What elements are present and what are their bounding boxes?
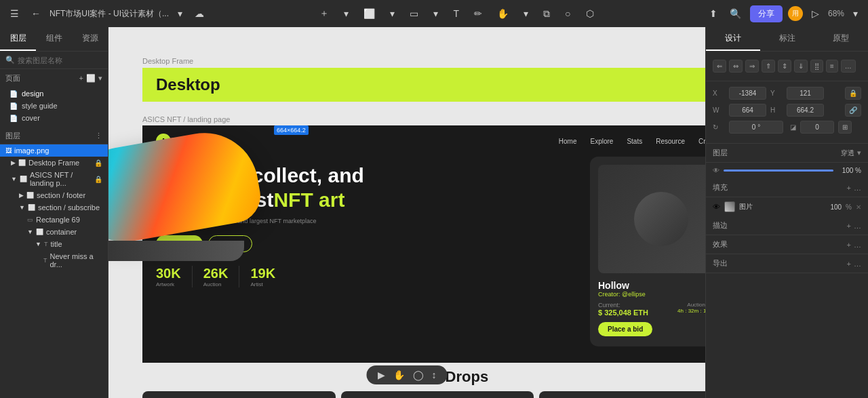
fill-delete-icon[interactable]: ✕ — [856, 203, 861, 211]
more-tool-btn[interactable]: ↕ — [432, 370, 437, 380]
more-align-btn[interactable]: … — [841, 60, 856, 73]
page-cover[interactable]: 📄 cover — [5, 112, 102, 124]
h-input[interactable] — [787, 104, 824, 117]
border-options-icon[interactable]: … — [854, 222, 861, 230]
layer-chevron2-icon: ▼ — [11, 176, 17, 182]
circle-icon[interactable]: ○ — [561, 6, 574, 21]
nft-card: Hollow Creator: @ellipse Current: $ 325,… — [590, 157, 705, 346]
opacity-slider[interactable] — [724, 170, 833, 172]
chevron-down-icon2[interactable]: ▾ — [340, 6, 352, 21]
hand-icon[interactable]: ✋ — [494, 6, 512, 21]
corner-options-btn[interactable]: ⊞ — [838, 121, 852, 134]
search2-icon[interactable]: 🔍 — [726, 6, 745, 21]
layer-label-1: Desktop Frame — [28, 159, 79, 167]
nft-current-label: Current: — [598, 302, 648, 309]
share-button[interactable]: 分享 — [750, 5, 783, 22]
align-center-btn[interactable]: ⇔ — [729, 60, 743, 73]
text-icon[interactable]: T — [450, 6, 462, 21]
wh-row: W H 🔗 — [713, 104, 861, 117]
distribute-h-btn[interactable]: ⣿ — [810, 60, 823, 73]
tab-design[interactable]: 设计 — [706, 27, 760, 51]
layers-options-icon[interactable]: ⋮ — [95, 132, 102, 140]
page-chevron-icon[interactable]: ▾ — [98, 74, 102, 83]
w-input[interactable] — [729, 104, 766, 117]
layer-asics-nft[interactable]: ▼ ⬜ ASICS NFT / landing p... 🔒 — [0, 169, 108, 189]
chevron-down-icon4[interactable]: ▾ — [430, 6, 441, 21]
pen-icon[interactable]: ✏ — [471, 6, 486, 21]
align-middle-btn[interactable]: ⇕ — [778, 60, 791, 73]
page-view-icon[interactable]: ⬜ — [86, 74, 96, 83]
tab-components[interactable]: 组件 — [36, 27, 72, 51]
chevron-down-icon[interactable]: ▾ — [174, 6, 186, 21]
nav-explore[interactable]: Explore — [590, 138, 613, 145]
align-bottom-btn[interactable]: ⇓ — [794, 60, 808, 73]
menu-icon[interactable]: ☰ — [7, 6, 22, 21]
fill-add-icon[interactable]: + — [847, 184, 851, 192]
nav-create[interactable]: Create — [698, 138, 705, 145]
fill-eye-icon[interactable]: 👁 — [713, 203, 720, 211]
rotation-input[interactable] — [729, 121, 783, 134]
border-add-icon[interactable]: + — [847, 222, 851, 230]
hand-tool-btn[interactable]: ✋ — [393, 370, 405, 380]
bid-button[interactable]: Place a bid — [598, 322, 652, 336]
export-section-header: 导出 + … — [706, 254, 868, 273]
y-input[interactable]: 121 — [787, 87, 824, 100]
effect-add-icon[interactable]: + — [847, 241, 851, 249]
layers-label: 图层 — [5, 131, 20, 141]
add-page-icon[interactable]: + — [79, 74, 83, 83]
frame-icon[interactable]: ⬜ — [360, 6, 378, 21]
x-input[interactable]: -1384 — [729, 87, 766, 100]
component-icon[interactable]: ⧉ — [540, 6, 553, 22]
share-icon[interactable]: ⬆ — [706, 6, 721, 21]
page-style-guide[interactable]: 📄 style guide — [5, 100, 102, 112]
add-icon[interactable]: ＋ — [316, 5, 332, 22]
align-right-btn[interactable]: ⇒ — [745, 60, 759, 73]
export-options-icon[interactable]: … — [854, 260, 861, 268]
cursor-tool-btn[interactable]: ▶ — [378, 370, 385, 380]
tab-annotation[interactable]: 标注 — [760, 27, 814, 51]
nft-card-price-row: Current: $ 325,048 ETH Auction ends in 4… — [598, 302, 705, 317]
back-icon[interactable]: ← — [28, 6, 44, 21]
page-design[interactable]: 📄 design — [5, 87, 102, 100]
layer-rect69[interactable]: ▭ Rectangle 69 — [0, 214, 108, 226]
chevron-down-icon5[interactable]: ▾ — [520, 6, 532, 21]
stat-artwork-label: Artwork — [156, 281, 181, 287]
more-icon[interactable]: ⬡ — [583, 6, 597, 21]
effect-options-icon[interactable]: … — [854, 241, 861, 249]
pages-label: 页面 — [5, 73, 20, 83]
layer-section-subscribe[interactable]: ▼ ⬜ section / subscribe — [0, 201, 108, 214]
layer-image-png[interactable]: 🖼 image.png — [0, 144, 108, 157]
fill-options-icon[interactable]: … — [854, 184, 861, 192]
layer-container[interactable]: ▼ ⬜ container — [0, 226, 108, 238]
layer-desktop-frame[interactable]: ▶ ⬜ Desktop Frame 🔒 — [0, 157, 108, 169]
nav-home[interactable]: Home — [559, 138, 577, 145]
rect-icon[interactable]: ▭ — [406, 6, 422, 21]
avatar-icon[interactable]: 用 — [788, 6, 803, 21]
comment-tool-btn[interactable]: ◯ — [413, 370, 424, 380]
layer-never-miss[interactable]: T Never miss a dr... — [0, 250, 108, 271]
ratio-lock-btn[interactable]: 🔗 — [845, 104, 861, 117]
export-add-icon[interactable]: + — [847, 260, 851, 268]
x-label: X — [713, 89, 725, 97]
distribute-v-btn[interactable]: ≡ — [826, 60, 838, 73]
tab-prototype[interactable]: 原型 — [814, 27, 868, 51]
play-icon[interactable]: ▷ — [808, 6, 823, 21]
layer-search-input[interactable] — [18, 56, 111, 64]
zoom-chevron-icon[interactable]: ▾ — [850, 6, 861, 21]
fill-color-preview[interactable] — [724, 201, 735, 212]
chevron-down-icon3[interactable]: ▾ — [387, 6, 398, 21]
align-left-btn[interactable]: ⇐ — [713, 60, 726, 73]
corner-input[interactable] — [800, 121, 834, 134]
align-top-btn[interactable]: ⇑ — [762, 60, 775, 73]
tab-resources[interactable]: 资源 — [72, 27, 108, 51]
top-bar: ☰ ← NFT市场UI案件 - UI设计素材（... ▾ ☁ ＋ ▾ ⬜ ▾ ▭… — [0, 0, 868, 27]
tab-layers[interactable]: 图层 — [0, 27, 36, 51]
constraint-btn[interactable]: 🔒 — [845, 87, 861, 100]
canvas-area[interactable]: Desktop Frame Desktop ASICS NFT / landin… — [108, 27, 705, 398]
layer-section-footer[interactable]: ▶ ⬜ section / footer — [0, 189, 108, 201]
nav-stats[interactable]: Stats — [627, 138, 642, 145]
layer-title[interactable]: ▼ T title — [0, 238, 108, 250]
nav-resource[interactable]: Resource — [656, 138, 685, 145]
export-title: 导出 — [713, 258, 728, 268]
layer-dropdown-icon[interactable]: ▾ — [857, 148, 861, 158]
